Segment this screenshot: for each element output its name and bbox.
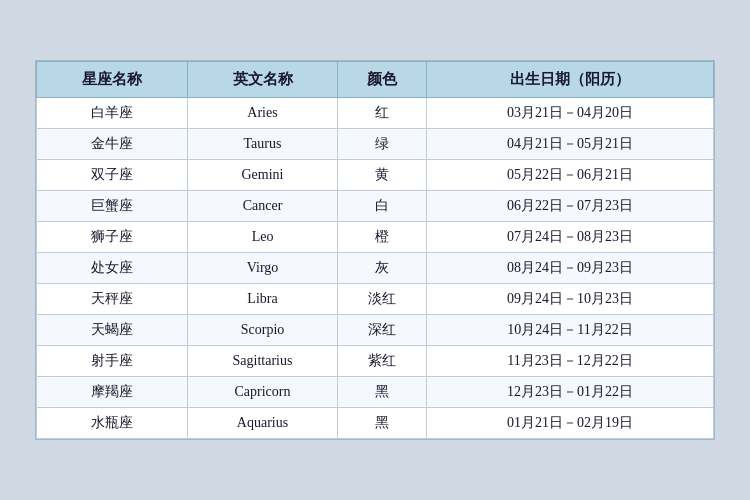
cell-chinese-name: 天蝎座 xyxy=(37,315,188,346)
cell-dates: 07月24日－08月23日 xyxy=(427,222,714,253)
cell-dates: 06月22日－07月23日 xyxy=(427,191,714,222)
table-row: 狮子座Leo橙07月24日－08月23日 xyxy=(37,222,714,253)
cell-dates: 04月21日－05月21日 xyxy=(427,129,714,160)
cell-chinese-name: 巨蟹座 xyxy=(37,191,188,222)
cell-chinese-name: 处女座 xyxy=(37,253,188,284)
table-row: 天蝎座Scorpio深红10月24日－11月22日 xyxy=(37,315,714,346)
table-row: 双子座Gemini黄05月22日－06月21日 xyxy=(37,160,714,191)
table-row: 金牛座Taurus绿04月21日－05月21日 xyxy=(37,129,714,160)
cell-dates: 01月21日－02月19日 xyxy=(427,408,714,439)
cell-color: 灰 xyxy=(338,253,427,284)
cell-english-name: Taurus xyxy=(187,129,338,160)
table-header-row: 星座名称 英文名称 颜色 出生日期（阳历） xyxy=(37,62,714,98)
cell-dates: 09月24日－10月23日 xyxy=(427,284,714,315)
cell-chinese-name: 狮子座 xyxy=(37,222,188,253)
cell-color: 紫红 xyxy=(338,346,427,377)
cell-dates: 11月23日－12月22日 xyxy=(427,346,714,377)
cell-english-name: Aries xyxy=(187,98,338,129)
cell-chinese-name: 天秤座 xyxy=(37,284,188,315)
header-color: 颜色 xyxy=(338,62,427,98)
table-row: 巨蟹座Cancer白06月22日－07月23日 xyxy=(37,191,714,222)
cell-chinese-name: 白羊座 xyxy=(37,98,188,129)
cell-dates: 08月24日－09月23日 xyxy=(427,253,714,284)
table-row: 天秤座Libra淡红09月24日－10月23日 xyxy=(37,284,714,315)
cell-english-name: Libra xyxy=(187,284,338,315)
cell-chinese-name: 射手座 xyxy=(37,346,188,377)
cell-dates: 12月23日－01月22日 xyxy=(427,377,714,408)
cell-english-name: Leo xyxy=(187,222,338,253)
cell-color: 黄 xyxy=(338,160,427,191)
cell-color: 深红 xyxy=(338,315,427,346)
header-chinese-name: 星座名称 xyxy=(37,62,188,98)
zodiac-table-container: 星座名称 英文名称 颜色 出生日期（阳历） 白羊座Aries红03月21日－04… xyxy=(35,60,715,440)
cell-color: 绿 xyxy=(338,129,427,160)
cell-color: 黑 xyxy=(338,377,427,408)
cell-chinese-name: 水瓶座 xyxy=(37,408,188,439)
cell-dates: 03月21日－04月20日 xyxy=(427,98,714,129)
cell-english-name: Sagittarius xyxy=(187,346,338,377)
cell-color: 红 xyxy=(338,98,427,129)
cell-color: 白 xyxy=(338,191,427,222)
cell-dates: 05月22日－06月21日 xyxy=(427,160,714,191)
cell-english-name: Gemini xyxy=(187,160,338,191)
cell-english-name: Aquarius xyxy=(187,408,338,439)
cell-english-name: Cancer xyxy=(187,191,338,222)
table-body: 白羊座Aries红03月21日－04月20日金牛座Taurus绿04月21日－0… xyxy=(37,98,714,439)
table-row: 摩羯座Capricorn黑12月23日－01月22日 xyxy=(37,377,714,408)
table-row: 白羊座Aries红03月21日－04月20日 xyxy=(37,98,714,129)
cell-color: 橙 xyxy=(338,222,427,253)
table-row: 射手座Sagittarius紫红11月23日－12月22日 xyxy=(37,346,714,377)
header-dates: 出生日期（阳历） xyxy=(427,62,714,98)
table-row: 处女座Virgo灰08月24日－09月23日 xyxy=(37,253,714,284)
cell-chinese-name: 摩羯座 xyxy=(37,377,188,408)
zodiac-table: 星座名称 英文名称 颜色 出生日期（阳历） 白羊座Aries红03月21日－04… xyxy=(36,61,714,439)
table-row: 水瓶座Aquarius黑01月21日－02月19日 xyxy=(37,408,714,439)
cell-dates: 10月24日－11月22日 xyxy=(427,315,714,346)
cell-color: 淡红 xyxy=(338,284,427,315)
cell-chinese-name: 金牛座 xyxy=(37,129,188,160)
cell-color: 黑 xyxy=(338,408,427,439)
cell-english-name: Capricorn xyxy=(187,377,338,408)
cell-english-name: Virgo xyxy=(187,253,338,284)
cell-english-name: Scorpio xyxy=(187,315,338,346)
cell-chinese-name: 双子座 xyxy=(37,160,188,191)
header-english-name: 英文名称 xyxy=(187,62,338,98)
